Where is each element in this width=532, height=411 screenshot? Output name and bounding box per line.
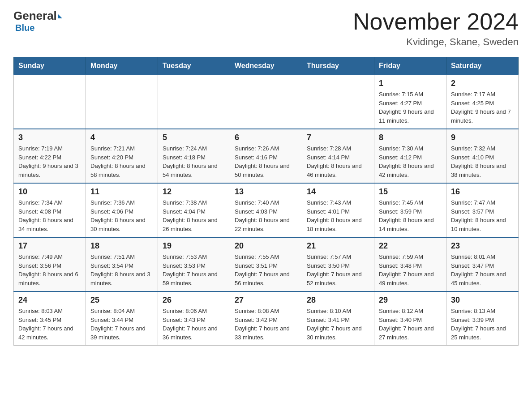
calendar-cell: 17Sunrise: 7:49 AMSunset: 3:56 PMDayligh…	[14, 237, 86, 291]
day-number: 15	[379, 187, 442, 197]
day-info: Sunrise: 7:32 AMSunset: 4:10 PMDaylight:…	[451, 144, 514, 179]
day-number: 12	[163, 187, 225, 197]
day-info: Sunrise: 7:26 AMSunset: 4:16 PMDaylight:…	[235, 144, 297, 179]
calendar-cell: 24Sunrise: 8:03 AMSunset: 3:45 PMDayligh…	[14, 291, 86, 346]
day-number: 14	[307, 187, 369, 197]
week-row-5: 24Sunrise: 8:03 AMSunset: 3:45 PMDayligh…	[14, 291, 519, 346]
week-row-3: 10Sunrise: 7:34 AMSunset: 4:08 PMDayligh…	[14, 183, 519, 237]
calendar-cell	[86, 75, 158, 129]
day-info: Sunrise: 8:13 AMSunset: 3:39 PMDaylight:…	[451, 307, 514, 342]
day-info: Sunrise: 7:57 AMSunset: 3:50 PMDaylight:…	[307, 253, 369, 287]
logo: General Blue	[13, 9, 62, 33]
col-saturday: Saturday	[446, 57, 519, 75]
header-row: Sunday Monday Tuesday Wednesday Thursday…	[14, 57, 519, 75]
day-number: 3	[18, 133, 81, 142]
calendar-cell: 3Sunrise: 7:19 AMSunset: 4:22 PMDaylight…	[14, 129, 86, 183]
calendar-cell: 20Sunrise: 7:55 AMSunset: 3:51 PMDayligh…	[230, 237, 302, 291]
day-info: Sunrise: 7:17 AMSunset: 4:25 PMDaylight:…	[451, 90, 514, 125]
calendar-cell: 16Sunrise: 7:47 AMSunset: 3:57 PMDayligh…	[446, 183, 519, 237]
logo-arrow-icon	[58, 14, 62, 18]
day-number: 8	[379, 133, 442, 142]
day-info: Sunrise: 7:43 AMSunset: 4:01 PMDaylight:…	[307, 198, 369, 233]
logo-general: General	[13, 9, 57, 23]
day-info: Sunrise: 8:03 AMSunset: 3:45 PMDaylight:…	[18, 307, 81, 342]
day-number: 10	[18, 187, 81, 197]
calendar-cell: 11Sunrise: 7:36 AMSunset: 4:06 PMDayligh…	[86, 183, 158, 237]
calendar-cell: 23Sunrise: 8:01 AMSunset: 3:47 PMDayligh…	[446, 237, 519, 291]
day-number: 20	[235, 241, 297, 251]
col-tuesday: Tuesday	[158, 57, 230, 75]
col-sunday: Sunday	[14, 57, 86, 75]
month-title: November 2024	[353, 9, 519, 34]
day-info: Sunrise: 8:01 AMSunset: 3:47 PMDaylight:…	[451, 253, 514, 287]
calendar-cell: 13Sunrise: 7:40 AMSunset: 4:03 PMDayligh…	[230, 183, 302, 237]
day-info: Sunrise: 8:08 AMSunset: 3:42 PMDaylight:…	[235, 307, 297, 342]
title-area: November 2024 Kvidinge, Skane, Sweden	[353, 9, 519, 48]
day-info: Sunrise: 7:19 AMSunset: 4:22 PMDaylight:…	[18, 144, 81, 179]
day-number: 2	[451, 79, 514, 88]
day-info: Sunrise: 7:15 AMSunset: 4:27 PMDaylight:…	[379, 90, 442, 125]
day-info: Sunrise: 7:47 AMSunset: 3:57 PMDaylight:…	[451, 198, 514, 233]
calendar-cell: 9Sunrise: 7:32 AMSunset: 4:10 PMDaylight…	[446, 129, 519, 183]
day-number: 30	[451, 295, 514, 305]
day-number: 9	[451, 133, 514, 142]
calendar-cell: 1Sunrise: 7:15 AMSunset: 4:27 PMDaylight…	[374, 75, 446, 129]
day-number: 24	[18, 295, 81, 305]
day-number: 6	[235, 133, 297, 142]
calendar-cell: 14Sunrise: 7:43 AMSunset: 4:01 PMDayligh…	[302, 183, 374, 237]
day-number: 22	[379, 241, 442, 251]
day-info: Sunrise: 8:12 AMSunset: 3:40 PMDaylight:…	[379, 307, 442, 342]
day-info: Sunrise: 7:49 AMSunset: 3:56 PMDaylight:…	[18, 253, 81, 287]
calendar-cell	[230, 75, 302, 129]
calendar-cell: 10Sunrise: 7:34 AMSunset: 4:08 PMDayligh…	[14, 183, 86, 237]
day-number: 21	[307, 241, 369, 251]
day-info: Sunrise: 8:10 AMSunset: 3:41 PMDaylight:…	[307, 307, 369, 342]
calendar-cell: 30Sunrise: 8:13 AMSunset: 3:39 PMDayligh…	[446, 291, 519, 346]
day-info: Sunrise: 7:36 AMSunset: 4:06 PMDaylight:…	[90, 198, 153, 233]
calendar-cell: 5Sunrise: 7:24 AMSunset: 4:18 PMDaylight…	[158, 129, 230, 183]
day-number: 28	[307, 295, 369, 305]
day-info: Sunrise: 7:24 AMSunset: 4:18 PMDaylight:…	[163, 144, 225, 179]
day-number: 16	[451, 187, 514, 197]
day-number: 13	[235, 187, 297, 197]
calendar-cell: 8Sunrise: 7:30 AMSunset: 4:12 PMDaylight…	[374, 129, 446, 183]
calendar-cell: 7Sunrise: 7:28 AMSunset: 4:14 PMDaylight…	[302, 129, 374, 183]
calendar-cell: 2Sunrise: 7:17 AMSunset: 4:25 PMDaylight…	[446, 75, 519, 129]
day-number: 25	[90, 295, 153, 305]
calendar-cell: 29Sunrise: 8:12 AMSunset: 3:40 PMDayligh…	[374, 291, 446, 346]
calendar-cell: 15Sunrise: 7:45 AMSunset: 3:59 PMDayligh…	[374, 183, 446, 237]
calendar-cell	[158, 75, 230, 129]
day-number: 1	[379, 79, 442, 88]
day-info: Sunrise: 7:21 AMSunset: 4:20 PMDaylight:…	[90, 144, 153, 179]
calendar-cell: 12Sunrise: 7:38 AMSunset: 4:04 PMDayligh…	[158, 183, 230, 237]
day-info: Sunrise: 7:51 AMSunset: 3:54 PMDaylight:…	[90, 253, 153, 287]
col-friday: Friday	[374, 57, 446, 75]
col-thursday: Thursday	[302, 57, 374, 75]
calendar-cell: 28Sunrise: 8:10 AMSunset: 3:41 PMDayligh…	[302, 291, 374, 346]
day-info: Sunrise: 8:04 AMSunset: 3:44 PMDaylight:…	[90, 307, 153, 342]
day-info: Sunrise: 7:30 AMSunset: 4:12 PMDaylight:…	[379, 144, 442, 179]
day-info: Sunrise: 7:53 AMSunset: 3:53 PMDaylight:…	[163, 253, 225, 287]
calendar-cell: 19Sunrise: 7:53 AMSunset: 3:53 PMDayligh…	[158, 237, 230, 291]
calendar-cell: 26Sunrise: 8:06 AMSunset: 3:43 PMDayligh…	[158, 291, 230, 346]
col-monday: Monday	[86, 57, 158, 75]
day-number: 26	[163, 295, 225, 305]
day-info: Sunrise: 7:40 AMSunset: 4:03 PMDaylight:…	[235, 198, 297, 233]
calendar-cell: 27Sunrise: 8:08 AMSunset: 3:42 PMDayligh…	[230, 291, 302, 346]
day-number: 29	[379, 295, 442, 305]
logo-blue: Blue	[15, 23, 34, 33]
day-number: 18	[90, 241, 153, 251]
calendar-table: Sunday Monday Tuesday Wednesday Thursday…	[13, 57, 519, 346]
day-info: Sunrise: 7:34 AMSunset: 4:08 PMDaylight:…	[18, 198, 81, 233]
day-number: 27	[235, 295, 297, 305]
day-info: Sunrise: 7:38 AMSunset: 4:04 PMDaylight:…	[163, 198, 225, 233]
calendar-cell	[14, 75, 86, 129]
day-number: 5	[163, 133, 225, 142]
calendar-cell: 25Sunrise: 8:04 AMSunset: 3:44 PMDayligh…	[86, 291, 158, 346]
day-info: Sunrise: 8:06 AMSunset: 3:43 PMDaylight:…	[163, 307, 225, 342]
day-number: 7	[307, 133, 369, 142]
week-row-4: 17Sunrise: 7:49 AMSunset: 3:56 PMDayligh…	[14, 237, 519, 291]
col-wednesday: Wednesday	[230, 57, 302, 75]
calendar-cell: 21Sunrise: 7:57 AMSunset: 3:50 PMDayligh…	[302, 237, 374, 291]
page-header: General Blue November 2024 Kvidinge, Ska…	[13, 9, 519, 48]
